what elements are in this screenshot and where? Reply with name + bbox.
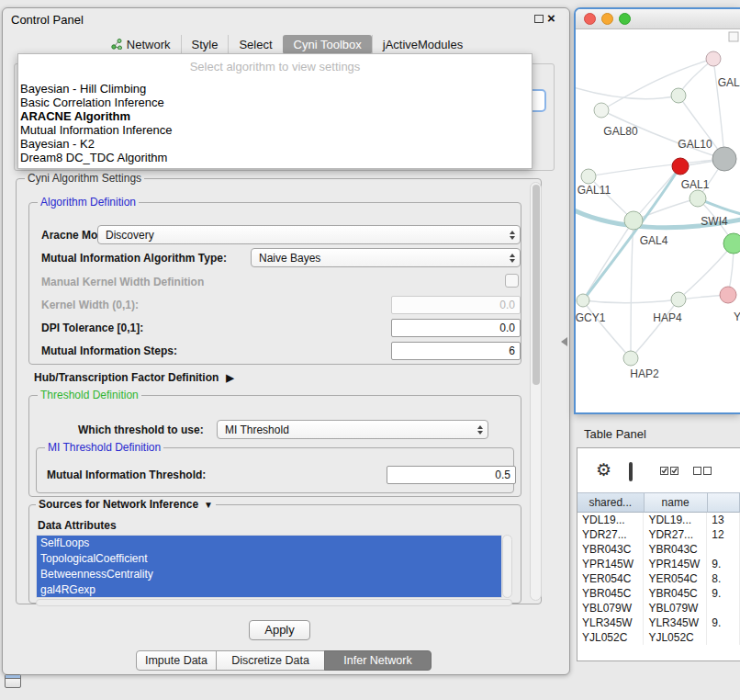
mi-type-select[interactable]: Naive Bayes <box>251 248 521 267</box>
minimized-panel-icon[interactable] <box>5 674 21 688</box>
network-node[interactable] <box>671 88 686 103</box>
tab-select[interactable]: Select <box>228 35 282 54</box>
attribute-item[interactable]: SelfLoops <box>37 536 501 551</box>
tab-jactivemodules[interactable]: jActiveModules <box>372 35 473 54</box>
table-panel-title: Table Panel <box>584 427 646 441</box>
cyni-settings-legend: Cyni Algorithm Settings <box>25 172 144 185</box>
network-node[interactable] <box>706 51 721 66</box>
table-row[interactable]: YBR043CYBR043C <box>577 542 740 557</box>
table-row[interactable]: YDR27...YDR27...12 <box>577 527 740 542</box>
hub-definition-label: Hub/Transcription Factor Definition <box>34 371 219 384</box>
tab-network[interactable]: Network <box>101 35 181 54</box>
cell: YBL079W <box>644 601 707 615</box>
cell: YBR043C <box>644 542 707 557</box>
cell: YER054C <box>577 571 644 586</box>
mac-close-button[interactable] <box>584 13 596 25</box>
table-row[interactable]: YER054CYER054C8. <box>577 571 740 586</box>
unchecked-rows-icon[interactable] <box>693 466 712 476</box>
table-header: shared... name <box>577 492 740 513</box>
mac-zoom-button[interactable] <box>619 13 631 25</box>
network-node[interactable] <box>623 351 638 366</box>
collapse-down-icon[interactable]: ▼ <box>204 500 213 510</box>
column-header-shared-name[interactable]: shared... <box>577 492 645 513</box>
mi-threshold-field[interactable] <box>387 466 516 484</box>
control-panel-window: Control Panel × Network Style Select Cyn… <box>2 7 570 675</box>
attribute-item[interactable]: TopologicalCoefficient <box>37 551 501 567</box>
table-row[interactable]: YLR345WYLR345W9. <box>577 615 740 630</box>
threshold-definition-legend: Threshold Definition <box>38 389 141 401</box>
cell: YBR045C <box>577 586 644 601</box>
kernel-width-field[interactable] <box>391 296 521 314</box>
tab-style[interactable]: Style <box>181 35 229 54</box>
dropdown-item[interactable]: Bayesian - Hill Climbing <box>18 82 532 96</box>
network-node[interactable] <box>671 292 686 307</box>
tab-infer-network[interactable]: Infer Network <box>324 650 432 671</box>
aracne-mode-select[interactable]: Discovery <box>97 225 521 244</box>
network-icon <box>111 39 122 50</box>
attribute-item[interactable]: BetweennessCentrality <box>37 567 501 582</box>
birdseye-toggle[interactable] <box>729 32 738 41</box>
tab-label: jActiveModules <box>383 36 463 53</box>
mi-steps-label: Mutual Information Steps: <box>41 344 177 357</box>
settings-scrollbar[interactable] <box>530 182 542 601</box>
dropdown-item[interactable]: Basic Correlation Inference <box>18 96 532 109</box>
node-label: GAL80 <box>603 125 638 138</box>
manual-kernel-checkbox[interactable] <box>505 274 519 288</box>
cell: YDL19... <box>577 513 644 527</box>
close-icon[interactable]: × <box>547 11 555 25</box>
dropdown-item[interactable]: Mutual Information Inference <box>18 123 532 137</box>
dropdown-item[interactable]: Bayesian - K2 <box>18 137 532 151</box>
algorithm-dropdown-list: Select algorithm to view settings Bayesi… <box>17 53 533 169</box>
apply-button[interactable]: Apply <box>249 620 310 640</box>
gear-icon[interactable]: ⚙ <box>596 461 611 479</box>
table-row[interactable]: YBL079WYBL079W <box>577 601 740 615</box>
table-row[interactable]: YDL19...YDL19...13 <box>577 513 740 527</box>
dropdown-item-selected[interactable]: ARACNE Algorithm <box>18 109 532 123</box>
network-node[interactable] <box>581 169 596 184</box>
network-node[interactable] <box>690 190 706 207</box>
settings-scrollbar-thumb[interactable] <box>533 185 540 385</box>
splitter-collapse-icon[interactable] <box>561 337 567 346</box>
attribute-item[interactable]: gal4RGexp <box>37 582 501 598</box>
node-label: HAP2 <box>630 367 659 380</box>
network-node[interactable] <box>577 294 589 307</box>
node-label: SWI4 <box>701 215 728 228</box>
restore-icon[interactable] <box>534 15 544 23</box>
attributes-hscrollbar[interactable] <box>36 599 512 606</box>
algorithm-definition-legend: Algorithm Definition <box>38 196 139 209</box>
table-panel-window: ⚙ shared... name YDL19...YDL19...13 YDR2… <box>577 447 740 661</box>
dropdown-item[interactable]: Dream8 DC_TDC Algorithm <box>18 151 532 164</box>
column-header-name[interactable]: name <box>645 492 708 513</box>
column-header-cut[interactable] <box>708 492 740 513</box>
network-canvas[interactable]: GAL8 GAL80 GAL10 GAL11 GAL1 SWI4 GAL4 GC… <box>576 29 740 412</box>
network-node[interactable] <box>723 233 740 254</box>
cell: 9. <box>707 615 740 630</box>
hub-definition-expander[interactable]: Hub/Transcription Factor Definition▶ <box>34 371 234 384</box>
network-node-selected[interactable] <box>672 158 689 175</box>
cell: YJL052C <box>577 630 644 645</box>
table-row[interactable]: YPR145WYPR145W9. <box>577 557 740 571</box>
network-view-window: GAL8 GAL80 GAL10 GAL11 GAL1 SWI4 GAL4 GC… <box>574 7 740 414</box>
tab-cyni-toolbox[interactable]: Cyni Toolbox <box>283 35 372 54</box>
network-node[interactable] <box>624 211 643 230</box>
expand-right-icon[interactable]: ▶ <box>226 372 233 383</box>
checked-rows-icon[interactable] <box>660 466 679 476</box>
tab-discretize-data[interactable]: Discretize Data <box>216 650 325 671</box>
table-row[interactable]: YJL052CYJL052C <box>577 630 740 645</box>
dpi-tolerance-field[interactable] <box>391 319 521 337</box>
which-threshold-select[interactable]: MI Threshold <box>217 420 488 439</box>
aracne-mode-value: Discovery <box>106 229 154 242</box>
mi-type-value: Naive Bayes <box>259 252 320 265</box>
columns-icon[interactable] <box>629 462 633 481</box>
network-node[interactable] <box>712 147 736 171</box>
network-node[interactable] <box>594 103 609 118</box>
network-window-titlebar[interactable] <box>576 9 740 29</box>
mac-minimize-button[interactable] <box>601 13 613 25</box>
table-toolbar: ⚙ <box>577 448 740 492</box>
table-row[interactable]: YBR045CYBR045C9. <box>577 586 740 601</box>
mi-steps-field[interactable] <box>391 342 521 360</box>
network-node[interactable] <box>720 287 736 303</box>
attributes-scrollbar[interactable] <box>502 535 512 598</box>
tab-impute-data[interactable]: Impute Data <box>136 650 217 671</box>
tab-label: Cyni Toolbox <box>294 36 362 53</box>
